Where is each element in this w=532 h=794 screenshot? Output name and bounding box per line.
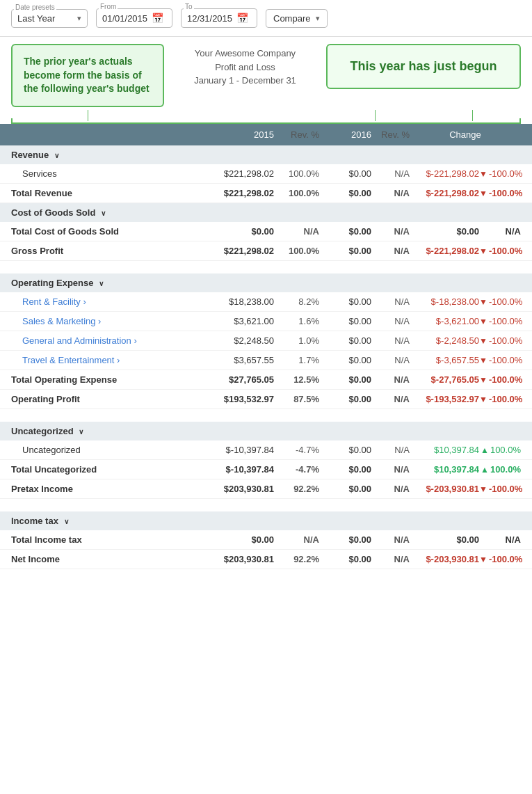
- row-change-pct: ▼-100.0%: [479, 335, 521, 346]
- section-header-cost-of-goods-sold[interactable]: Cost of Goods Sold ∨: [0, 203, 532, 222]
- header-name: [11, 129, 208, 140]
- table-row: Total Operating Expense $27,765.05 12.5%…: [0, 370, 532, 390]
- section-chevron-icon[interactable]: ∨: [101, 209, 106, 217]
- summary-rev-2016: N/A: [371, 246, 410, 256]
- report-company: Your Awesome Company: [171, 47, 319, 61]
- from-label: From: [99, 3, 118, 10]
- callout-left-box: The prior year's actuals become form the…: [11, 44, 164, 107]
- row-link[interactable]: General and Administration ›: [22, 335, 137, 346]
- row-name: Services: [22, 168, 208, 179]
- section-header-uncategorized[interactable]: Uncategorized ∨: [0, 422, 532, 440]
- section-chevron-icon[interactable]: ∨: [64, 518, 69, 525]
- callout-section: The prior year's actuals become form the…: [0, 37, 532, 107]
- table-row-summary: Net Income $203,930.81 92.2% $0.00 N/A $…: [0, 550, 532, 569]
- row-link[interactable]: Travel & Entertainment ›: [22, 355, 120, 365]
- date-presets-select[interactable]: Last Year ▾: [11, 9, 88, 28]
- row-val-2016: $0.00: [319, 188, 371, 198]
- row-name: Rent & Facility ›: [22, 296, 208, 307]
- arrow-down-icon: ▼: [479, 246, 487, 256]
- spacer: [0, 409, 532, 422]
- report-table: Revenue ∨ Services $221,298.02 100.0% $0…: [0, 145, 532, 569]
- summary-name: Gross Profit: [11, 246, 208, 256]
- row-change-pct: N/A: [479, 534, 521, 545]
- row-change-pct: ▼-100.0%: [479, 355, 521, 365]
- summary-change-val: $-221,298.02: [410, 246, 479, 256]
- row-val-2015: $-10,397.84: [208, 445, 274, 455]
- from-date-input[interactable]: 01/01/2015 📅: [96, 8, 172, 28]
- row-val-2015: $2,248.50: [208, 335, 274, 346]
- section-chevron-icon[interactable]: ∨: [99, 280, 104, 287]
- row-val-2015: $18,238.00: [208, 296, 274, 307]
- table-row-summary: Pretax Income $203,930.81 92.2% $0.00 N/…: [0, 479, 532, 499]
- calendar-icon: 📅: [152, 13, 163, 24]
- row-rev-pct-2015: 100.0%: [274, 168, 319, 179]
- summary-rev-2015: 87.5%: [274, 394, 319, 404]
- row-val-2015: $221,298.02: [208, 168, 274, 179]
- section-chevron-icon[interactable]: ∨: [54, 152, 59, 159]
- section-chevron-icon[interactable]: ∨: [79, 428, 83, 436]
- row-change-val: $10,397.84: [410, 464, 479, 475]
- summary-rev-2015: 92.2%: [274, 554, 319, 564]
- row-link[interactable]: Sales & Marketing ›: [22, 316, 101, 326]
- summary-val-2015: $193,532.97: [208, 394, 274, 404]
- section-header-revenue[interactable]: Revenue ∨: [0, 145, 532, 164]
- table-row: Total Income tax $0.00 N/A $0.00 N/A $0.…: [0, 530, 532, 550]
- row-rev-pct-2016: N/A: [371, 316, 410, 326]
- section-label: Operating Expense ∨: [11, 278, 104, 288]
- compare-chevron-icon: ▾: [316, 14, 320, 23]
- row-name: Total Cost of Goods Sold: [11, 226, 208, 237]
- row-link[interactable]: Rent & Facility ›: [22, 296, 86, 307]
- row-change-pct: ▼-100.0%: [479, 168, 521, 179]
- section-label: Income tax ∨: [11, 516, 69, 526]
- row-rev-pct-2015: -4.7%: [274, 445, 319, 455]
- header-change: Change: [410, 129, 521, 140]
- connector-lines: [0, 107, 532, 118]
- from-date-group: From 01/01/2015 📅: [96, 8, 172, 28]
- to-date-group: To 12/31/2015 📅: [181, 8, 257, 28]
- callout-right-box: This year has just begun: [326, 44, 521, 89]
- summary-val-2015: $203,930.81: [208, 554, 274, 564]
- row-val-2016: $0.00: [319, 168, 371, 179]
- summary-val-2015: $203,930.81: [208, 484, 274, 494]
- summary-change-val: $-203,930.81: [410, 554, 479, 564]
- summary-change-val: $-193,532.97: [410, 394, 479, 404]
- row-change-val: $-18,238.00: [410, 296, 479, 307]
- summary-change-pct: ▼-100.0%: [479, 394, 521, 404]
- row-rev-pct-2016: N/A: [371, 464, 410, 475]
- date-presets-value: Last Year: [17, 13, 55, 24]
- summary-change-pct: ▼-100.0%: [479, 554, 521, 564]
- section-label: Revenue ∨: [11, 150, 59, 160]
- row-name: Travel & Entertainment ›: [22, 355, 208, 365]
- row-val-2016: $0.00: [319, 374, 371, 385]
- row-val-2015: $27,765.05: [208, 374, 274, 385]
- row-rev-pct-2016: N/A: [371, 226, 410, 237]
- to-date-input[interactable]: 12/31/2015 📅: [181, 8, 257, 28]
- row-change-pct: N/A: [479, 226, 521, 237]
- row-rev-pct-2016: N/A: [371, 374, 410, 385]
- row-val-2016: $0.00: [319, 355, 371, 365]
- summary-val-2016: $0.00: [319, 484, 371, 494]
- compare-select[interactable]: Compare ▾: [266, 9, 328, 28]
- summary-rev-2016: N/A: [371, 394, 410, 404]
- arrow-down-icon: ▼: [479, 317, 487, 326]
- section-header-operating-expense[interactable]: Operating Expense ∨: [0, 273, 532, 292]
- arrow-down-icon: ▼: [479, 336, 487, 346]
- row-val-2015: $0.00: [208, 226, 274, 237]
- row-change-pct: ▼-100.0%: [479, 188, 521, 198]
- report-type: Profit and Loss: [171, 61, 319, 74]
- summary-name: Pretax Income: [11, 484, 208, 494]
- table-row: Rent & Facility › $18,238.00 8.2% $0.00 …: [0, 292, 532, 312]
- row-rev-pct-2015: 1.6%: [274, 316, 319, 326]
- header-rev2: Rev. %: [371, 129, 410, 140]
- row-name: General and Administration ›: [22, 335, 208, 346]
- row-change-pct: ▲100.0%: [479, 464, 521, 475]
- compare-label: Compare: [273, 13, 310, 24]
- table-row: Sales & Marketing › $3,621.00 1.6% $0.00…: [0, 312, 532, 331]
- row-val-2016: $0.00: [319, 316, 371, 326]
- arrow-down-icon: ▼: [479, 395, 487, 404]
- section-header-income-tax[interactable]: Income tax ∨: [0, 511, 532, 530]
- arrow-down-icon: ▼: [479, 297, 487, 307]
- row-val-2016: $0.00: [319, 464, 371, 475]
- arrow-down-icon: ▼: [479, 555, 487, 564]
- toolbar: Date presets Last Year ▾ From 01/01/2015…: [0, 0, 532, 37]
